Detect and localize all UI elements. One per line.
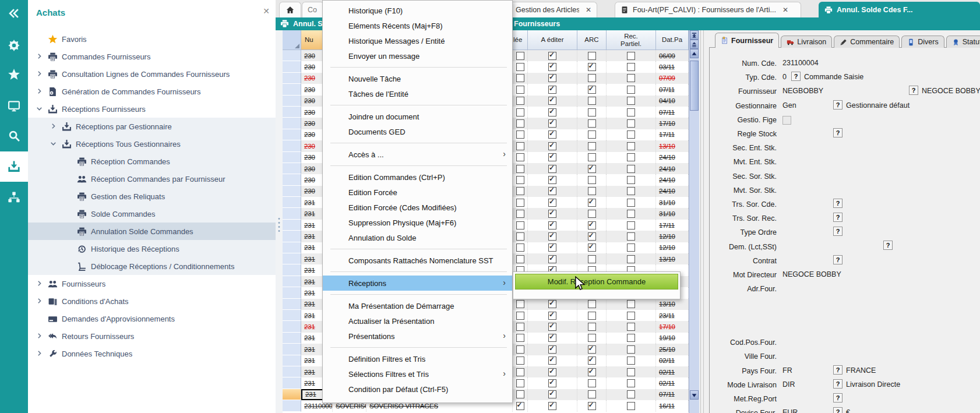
field-value[interactable]: DIR — [782, 380, 795, 389]
row-selector[interactable] — [283, 118, 301, 129]
menu-item[interactable]: Actualiser la Présentation — [323, 313, 512, 329]
scrollbar-thumb[interactable] — [690, 61, 699, 111]
checkbox-a-editer[interactable] — [548, 402, 556, 410]
sidebar-item[interactable]: Annulation Solde Commandes — [28, 223, 276, 240]
detail-tab-commentaire[interactable]: Commentaire — [834, 36, 900, 48]
checkbox-rec-partiel[interactable] — [627, 199, 635, 207]
sidebar-item[interactable]: Déblocage Réceptions / Conditionnements — [28, 257, 276, 275]
checkbox-rec-partiel[interactable] — [627, 97, 635, 105]
checkbox-a-editer[interactable] — [548, 210, 556, 218]
checkbox-arc[interactable] — [588, 356, 596, 365]
chevron-right-icon[interactable] — [35, 87, 44, 96]
checkbox-a-editer[interactable] — [548, 153, 556, 161]
menu-item[interactable]: Nouvelle Tâche — [323, 71, 512, 86]
help-button[interactable]: ? — [833, 128, 842, 137]
tab-partial[interactable]: Co — [302, 2, 324, 17]
help-button[interactable]: ? — [833, 199, 842, 208]
chevron-right-icon[interactable] — [35, 52, 44, 61]
checkbox-rec-partiel[interactable] — [627, 232, 635, 241]
sidebar-splitter[interactable] — [276, 0, 283, 413]
checkbox-lee[interactable] — [516, 379, 524, 387]
checkbox-arc[interactable] — [588, 130, 596, 139]
checkbox-arc[interactable] — [588, 243, 596, 252]
checkbox-rec-partiel[interactable] — [627, 255, 635, 263]
checkbox-lee[interactable] — [516, 153, 524, 161]
panel-splitter[interactable] — [699, 30, 707, 413]
rail-item-search[interactable] — [0, 127, 28, 144]
field-value[interactable]: Gen — [782, 101, 796, 110]
checkbox-a-editer[interactable] — [548, 97, 556, 105]
checkbox-a-editer[interactable] — [548, 232, 556, 241]
checkbox-lee[interactable] — [516, 52, 524, 60]
sidebar-item[interactable]: Réception Commandes — [28, 153, 276, 170]
menu-item[interactable]: Composants Rattachés Nomenclature SST — [323, 253, 512, 268]
help-button[interactable]: ? — [833, 393, 842, 403]
row-selector[interactable] — [283, 299, 301, 310]
checkbox-rec-partiel[interactable] — [627, 86, 635, 94]
checkbox-arc[interactable] — [588, 187, 596, 195]
submenu-item[interactable]: Modif. Réception Commande — [515, 274, 678, 290]
checkbox-a-editer[interactable] — [548, 323, 556, 331]
row-selector[interactable] — [283, 61, 301, 72]
checkbox-rec-partiel[interactable] — [627, 221, 635, 230]
checkbox-rec-partiel[interactable] — [627, 63, 635, 71]
checkbox-lee[interactable] — [516, 176, 524, 184]
menu-item[interactable]: Accès à ...› — [323, 147, 512, 162]
checkbox-arc[interactable] — [588, 210, 596, 218]
checkbox-a-editer[interactable] — [548, 368, 556, 376]
row-selector[interactable] — [283, 208, 301, 219]
row-selector[interactable] — [283, 276, 301, 287]
detail-tab-fournisseur[interactable]: Fournisseur — [715, 33, 779, 48]
checkbox-rec-partiel[interactable] — [627, 379, 635, 387]
checkbox-rec-partiel[interactable] — [627, 74, 635, 82]
row-selector[interactable] — [283, 377, 301, 389]
checkbox-arc[interactable] — [588, 108, 596, 117]
checkbox-lee[interactable] — [516, 199, 524, 207]
menu-item[interactable]: Edition Commandes (Ctrl+P) — [323, 170, 512, 185]
help-button[interactable]: ? — [833, 255, 842, 264]
field-value[interactable]: 231100004 — [782, 59, 819, 67]
sidebar-item[interactable]: Réceptions par Gestionnaire — [28, 118, 276, 135]
sidebar-item[interactable]: Réceptions Fournisseurs — [28, 100, 276, 118]
sidebar-item[interactable]: Demandes d'Approvisionnements — [28, 310, 276, 327]
checkbox-arc[interactable] — [588, 390, 596, 398]
row-selector[interactable] — [283, 333, 301, 344]
checkbox-lee[interactable] — [516, 86, 524, 94]
checkbox-lee[interactable] — [516, 368, 524, 376]
help-button[interactable]: ? — [833, 213, 842, 222]
table-vertical-scrollbar[interactable] — [689, 30, 699, 413]
checkbox-arc[interactable] — [588, 221, 596, 230]
sidebar-item[interactable]: Gestion des Reliquats — [28, 188, 276, 205]
header-date[interactable]: Dat.Pa — [656, 30, 689, 50]
row-selector[interactable] — [283, 129, 301, 140]
menu-item[interactable]: Envoyer un message — [323, 48, 512, 63]
checkbox-arc[interactable] — [588, 379, 596, 387]
header-rec-partiel[interactable]: Rec. Partiel. — [607, 30, 656, 50]
checkbox-lee[interactable] — [516, 345, 524, 354]
checkbox-arc[interactable] — [588, 97, 596, 105]
row-selector[interactable] — [283, 231, 301, 242]
checkbox-rec-partiel[interactable] — [627, 312, 635, 320]
row-selector[interactable] — [283, 366, 301, 377]
checkbox-a-editer[interactable] — [548, 334, 556, 342]
field-value[interactable]: NEGBOBBY — [782, 87, 823, 95]
sidebar-close-icon[interactable]: ✕ — [263, 6, 270, 16]
chevron-right-icon[interactable] — [35, 279, 44, 288]
scroll-page-up-button[interactable] — [690, 40, 699, 49]
sidebar-item[interactable]: Fournisseurs — [28, 275, 276, 292]
checkbox-lee[interactable] — [516, 356, 524, 365]
checkbox-a-editer[interactable] — [548, 356, 556, 365]
checkbox-a-editer[interactable] — [548, 390, 556, 398]
help-button[interactable]: ? — [833, 365, 842, 375]
menu-item[interactable]: Ma Présentation de Démarrage — [323, 298, 512, 313]
checkbox-rec-partiel[interactable] — [627, 243, 635, 252]
row-selector[interactable] — [283, 287, 301, 298]
tab-home[interactable] — [279, 2, 301, 17]
tab-close-icon[interactable]: ✕ — [782, 6, 788, 14]
row-selector[interactable] — [283, 174, 301, 185]
row-selector[interactable] — [283, 242, 301, 253]
help-button[interactable]: ? — [883, 241, 893, 250]
row-selector[interactable] — [283, 197, 301, 208]
header-arc[interactable]: ARC — [577, 30, 607, 50]
help-button[interactable]: ? — [909, 86, 918, 95]
